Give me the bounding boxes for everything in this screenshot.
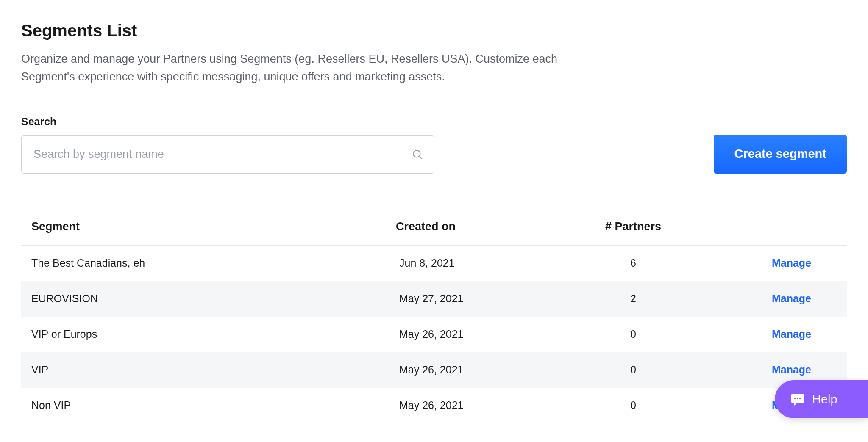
manage-link[interactable]: Manage bbox=[772, 257, 811, 269]
search-wrapper: Search bbox=[21, 116, 434, 174]
search-label: Search bbox=[21, 116, 434, 128]
table-header: Segment Created on # Partners bbox=[21, 220, 847, 246]
cell-partners-count: 2 bbox=[565, 293, 701, 305]
cell-created-on: Jun 8, 2021 bbox=[396, 257, 565, 269]
cell-segment-name: VIP or Europs bbox=[31, 328, 396, 340]
cell-created-on: May 26, 2021 bbox=[396, 364, 565, 376]
chat-icon bbox=[790, 393, 805, 406]
svg-point-5 bbox=[797, 398, 798, 399]
manage-link[interactable]: Manage bbox=[772, 328, 811, 340]
cell-segment-name: The Best Canadians, eh bbox=[31, 257, 396, 269]
cell-action: Manage bbox=[701, 293, 837, 305]
cell-action: Manage bbox=[701, 257, 837, 269]
help-label: Help bbox=[812, 392, 837, 406]
table-body: The Best Canadians, ehJun 8, 20216Manage… bbox=[21, 246, 847, 423]
table-row: VIP or EuropsMay 26, 20210Manage bbox=[21, 317, 847, 352]
cell-partners-count: 6 bbox=[565, 257, 701, 269]
cell-segment-name: EUROVISION bbox=[31, 293, 396, 305]
search-box bbox=[21, 135, 434, 174]
svg-point-6 bbox=[799, 398, 801, 399]
page-description: Organize and manage your Partners using … bbox=[21, 50, 572, 86]
cell-segment-name: Non VIP bbox=[31, 399, 396, 412]
table-row: Non VIPMay 26, 20210Manage bbox=[21, 388, 847, 423]
table-row: VIPMay 26, 20210Manage bbox=[21, 352, 847, 388]
table-row: EUROVISIONMay 27, 20212Manage bbox=[21, 281, 847, 317]
cell-partners-count: 0 bbox=[565, 399, 701, 412]
cell-created-on: May 26, 2021 bbox=[396, 399, 565, 412]
segments-table: Segment Created on # Partners The Best C… bbox=[21, 220, 847, 423]
table-row: The Best Canadians, ehJun 8, 20216Manage bbox=[21, 246, 847, 281]
col-segment: Segment bbox=[31, 220, 396, 233]
cell-partners-count: 0 bbox=[565, 328, 701, 340]
cell-partners-count: 0 bbox=[565, 364, 701, 376]
cell-created-on: May 26, 2021 bbox=[396, 328, 565, 340]
svg-point-4 bbox=[794, 398, 796, 399]
cell-action: Manage bbox=[701, 328, 837, 340]
help-widget[interactable]: Help bbox=[775, 380, 868, 418]
page-title: Segments List bbox=[21, 21, 847, 40]
create-segment-button[interactable]: Create segment bbox=[714, 135, 847, 174]
search-input[interactable] bbox=[21, 135, 434, 174]
page-container: Segments List Organize and manage your P… bbox=[0, 0, 868, 442]
cell-segment-name: VIP bbox=[31, 364, 396, 376]
col-created: Created on bbox=[396, 220, 565, 233]
manage-link[interactable]: Manage bbox=[772, 364, 811, 376]
col-partners: # Partners bbox=[565, 220, 701, 233]
manage-link[interactable]: Manage bbox=[772, 293, 811, 304]
controls-row: Search Create segment bbox=[21, 116, 847, 174]
cell-created-on: May 27, 2021 bbox=[396, 293, 565, 305]
cell-action: Manage bbox=[701, 364, 837, 376]
